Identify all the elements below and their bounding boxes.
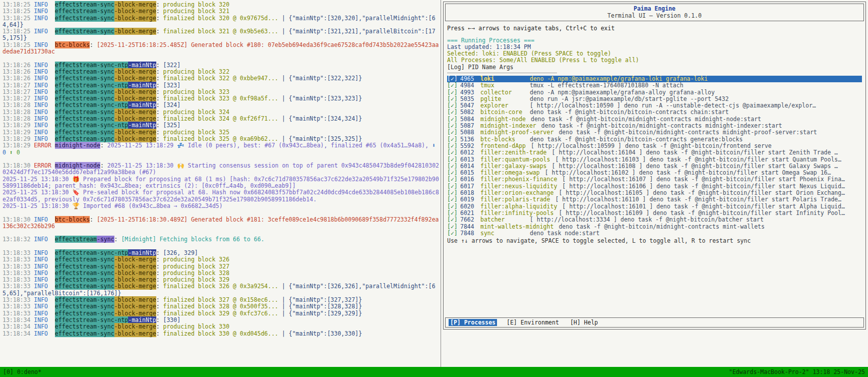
app-subtitle: Terminal UI — Version 0.1.0: [446, 13, 863, 20]
process-pid: 7844: [460, 224, 480, 230]
log-line: 13:18:26 INFO effectstream-sync-ntp-main…: [3, 62, 439, 69]
selected-info: Selected: loki: ENABLED (Press SPACE to …: [447, 50, 862, 57]
process-args: [ http://localhost:10590 ] deno run -A -…: [530, 102, 862, 109]
process-row-filler:galaxy-swaps[interactable]: [✓]6014filler:galaxy-swaps[ http://local…: [447, 163, 862, 170]
process-pid: 5035: [460, 96, 480, 102]
process-checkbox[interactable]: [✓]: [447, 102, 460, 109]
process-pid: 5136: [460, 136, 480, 143]
all-processes-info: All Processes: Some/All ENABLED (Press L…: [447, 57, 862, 64]
process-checkbox[interactable]: [✓]: [447, 156, 460, 163]
app-spacer: [444, 244, 865, 316]
process-row-filler:quantum-pools[interactable]: [✓]6013filler:quantum-pools[ http://loca…: [447, 156, 862, 163]
process-checkbox[interactable]: [✓]: [447, 210, 460, 217]
log-pane[interactable]: 13:18:25 INFO effectstream-sync-block-me…: [0, 0, 441, 367]
process-row-filler:infinity-pools[interactable]: [✓]6021filler:infinity-pools[ http://loc…: [447, 210, 862, 217]
process-checkbox[interactable]: [✓]: [447, 82, 460, 89]
process-row-filler:omega-swap[interactable]: [✓]6015filler:omega-swap[ http://localho…: [447, 170, 862, 176]
log-line: 13:18:25 INFO effectstream-sync-block-me…: [3, 8, 439, 15]
process-row-frontend-dApp[interactable]: [✓]5592frontend-dApp[ http://localhost:1…: [447, 143, 862, 149]
log-blank-line: [3, 230, 439, 236]
process-checkbox[interactable]: [✓]: [447, 149, 460, 156]
process-checkbox[interactable]: [✓]: [447, 230, 460, 237]
log-line: 13:18:29 INFO effectstream-sync-block-me…: [3, 136, 439, 142]
process-name: filler:galaxy-swaps: [480, 163, 552, 170]
process-row-collector[interactable]: [✓]4993collectordeno -A npm:@paimaexampl…: [447, 89, 862, 96]
process-checkbox[interactable]: [✓]: [447, 143, 460, 149]
tab-help[interactable]: [H] Help: [569, 319, 599, 326]
process-row-sync[interactable]: [✓]7848syncdeno task node:start: [447, 230, 862, 237]
process-row-filler:orion-exchange[interactable]: [✓]6018filler:orion-exchange[ http://loc…: [447, 190, 862, 196]
process-row-mint-wallets-midnight[interactable]: [✓]7844mint-wallets-midnightdeno task -f…: [447, 224, 862, 230]
process-row-explorer[interactable]: [✓]5047explorer[ http://localhost:10590 …: [447, 102, 862, 109]
process-checkbox[interactable]: [✓]: [447, 89, 460, 96]
process-row-midnight-indexer[interactable]: [✓]5087midnight-indexerdeno task -f @nig…: [447, 123, 862, 129]
process-args: deno task -f @night-bitcoin/bitcoin-cont…: [530, 109, 862, 116]
process-name: filler:quantum-pools: [480, 156, 555, 163]
tab-processes[interactable]: [P] Processes: [449, 319, 497, 326]
process-row-pglite[interactable]: [✓]5035pglitedeno run -A jsr:@paimaexamp…: [447, 96, 862, 102]
log-line: 13:18:34 INFO effectstream-sync-block-me…: [3, 324, 439, 330]
process-row-filler:alpha-liquidity[interactable]: [✓]6020filler:alpha-liquidity[ http://lo…: [447, 203, 862, 210]
process-name: bitcoin-core: [480, 109, 530, 116]
process-row-midnight-node[interactable]: [✓]5084midnight-nodedeno task -f @night-…: [447, 116, 862, 123]
status-window-label[interactable]: [0] 0:deno*: [3, 368, 41, 375]
list-help-text: Use ↑↓ arrows to navigate, SPACE to togg…: [447, 238, 862, 244]
process-row-filler:nexus-liquidity[interactable]: [✓]6017filler:nexus-liquidity[ http://lo…: [447, 183, 862, 190]
process-checkbox[interactable]: [✓]: [447, 217, 460, 223]
process-checkbox[interactable]: [✓]: [447, 176, 460, 183]
process-args: deno -A npm:@paimaexample/grafana-loki g…: [530, 76, 862, 82]
log-line: 13:18:34 INFO effectstream-sync-ntp-main…: [3, 317, 439, 324]
process-name: filler:polaris-trade: [480, 196, 555, 203]
process-checkbox[interactable]: [✓]: [447, 116, 460, 123]
process-checkbox[interactable]: [✓]: [447, 196, 460, 203]
tab-environment[interactable]: [E] Environment: [505, 319, 561, 326]
log-line: 13:18:29 INFO effectstream-sync-block-me…: [3, 129, 439, 136]
process-pid: 6016: [460, 176, 480, 183]
process-args: deno task -f @night-bitcoin/bitcoin-cont…: [530, 136, 862, 143]
process-name: filler:alpha-liquidity: [480, 203, 562, 210]
process-pid: 6018: [460, 190, 480, 196]
process-pid: 4965: [460, 76, 480, 82]
process-row-bitcoin-core[interactable]: [✓]5082bitcoin-coredeno task -f @night-b…: [447, 109, 862, 116]
process-checkbox[interactable]: [✓]: [447, 96, 460, 102]
process-checkbox[interactable]: [✓]: [447, 136, 460, 143]
process-checkbox[interactable]: [✓]: [447, 129, 460, 136]
log-line: 13:18:25 INFO effectstream-sync-block-me…: [3, 15, 439, 29]
tab-bar: [P] Processes[E] Environment[H] Help: [445, 317, 864, 328]
process-pid: 7662: [460, 217, 480, 223]
process-row-midnight-proof-server[interactable]: [✓]5088midnight-proof-serverdeno task -f…: [447, 129, 862, 136]
process-pid: 5084: [460, 116, 480, 123]
process-name: explorer: [480, 102, 530, 109]
process-args: [ http://localhost:16106 ] deno task -f …: [562, 183, 862, 190]
process-args: deno task node:start: [530, 230, 862, 237]
process-checkbox[interactable]: [✓]: [447, 203, 460, 210]
process-checkbox[interactable]: [✓]: [447, 76, 460, 82]
process-row-filler:zenith-trade[interactable]: [✓]6012filler:zenith-trade[ http://local…: [447, 149, 862, 156]
log-blank-line: [3, 209, 439, 216]
process-checkbox[interactable]: [✓]: [447, 170, 460, 176]
process-pid: 6017: [460, 183, 480, 190]
log-line: 13:18:33 INFO effectstream-sync-block-me…: [3, 256, 439, 263]
process-checkbox[interactable]: [✓]: [447, 224, 460, 230]
process-pid: 5047: [460, 102, 480, 109]
log-line: 13:18:28 INFO effectstream-sync-block-me…: [3, 109, 439, 116]
process-row-filler:polaris-trade[interactable]: [✓]6019filler:polaris-trade[ http://loca…: [447, 196, 862, 203]
process-checkbox[interactable]: [✓]: [447, 109, 460, 116]
process-row-batcher[interactable]: [✓]7662batcher[ http://localhost:3334 ] …: [447, 217, 862, 223]
log-line: 13:18:33 INFO effectstream-sync-block-me…: [3, 277, 439, 283]
process-checkbox[interactable]: [✓]: [447, 183, 460, 190]
log-line: 13:18:27 INFO effectstream-sync-block-me…: [3, 89, 439, 95]
process-checkbox[interactable]: [✓]: [447, 190, 460, 196]
log-line: 13:18:33 INFO effectstream-sync-block-me…: [3, 310, 439, 317]
process-row-tmux[interactable]: [✓]4984tmuxtmux -L effectstream-17640871…: [447, 82, 862, 89]
process-name: filler:orion-exchange: [480, 190, 559, 196]
process-checkbox[interactable]: [✓]: [447, 163, 460, 170]
process-pid: 6015: [460, 170, 480, 176]
running-processes-section: === Running Processes === Last updated: …: [444, 33, 865, 245]
process-checkbox[interactable]: [✓]: [447, 123, 460, 129]
process-row-filler:phoenix-finance[interactable]: [✓]6016filler:phoenix-finance[ http://lo…: [447, 176, 862, 183]
process-row-btc-blocks[interactable]: [✓]5136btc-blocksdeno task -f @night-bit…: [447, 136, 862, 143]
process-args: [ http://localhost:16103 ] deno task -f …: [555, 156, 862, 163]
process-row-loki[interactable]: [✓]4965lokideno -A npm:@paimaexample/gra…: [447, 76, 862, 82]
process-pid: 6021: [460, 210, 480, 217]
